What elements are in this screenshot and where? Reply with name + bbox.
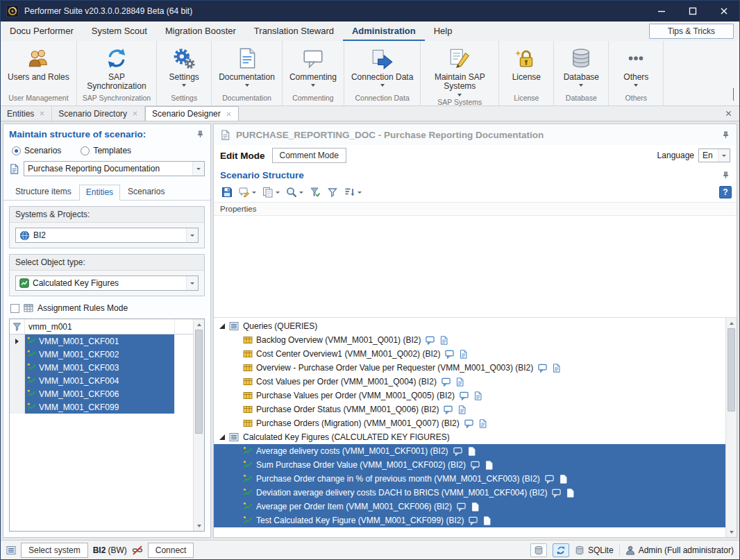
- database-button[interactable]: Database: [554, 43, 608, 92]
- tree-item[interactable]: Average per Order Item (VMM_M001_CKF006)…: [214, 500, 725, 514]
- filter-funnel-icon[interactable]: [10, 319, 25, 334]
- combobox-dropdown-button[interactable]: [192, 162, 204, 176]
- scroll-down-button[interactable]: [194, 520, 204, 531]
- grid-row[interactable]: VMM_M001_CKF006: [10, 387, 193, 400]
- database-tool-button[interactable]: [530, 543, 547, 557]
- log-icon[interactable]: [6, 545, 16, 555]
- tab-scenario-designer[interactable]: Scenario Designer: [145, 106, 239, 121]
- menu-item-translation-steward[interactable]: Translation Steward: [245, 22, 343, 41]
- scrollbar-thumb[interactable]: [195, 330, 203, 434]
- tree-item[interactable]: Deviation average delivery costs DACH to…: [214, 486, 725, 500]
- grid-row[interactable]: VMM_M001_CKF004: [10, 374, 193, 387]
- save-button[interactable]: [219, 185, 235, 200]
- comment-bubble-icon[interactable]: [442, 377, 451, 387]
- sort-button[interactable]: [342, 185, 364, 200]
- commenting-button[interactable]: Commenting: [283, 43, 344, 92]
- close-button[interactable]: [708, 1, 739, 22]
- connect-button[interactable]: Connect: [148, 543, 194, 558]
- tree-item[interactable]: Overview - Purchase Order Value per Requ…: [214, 361, 725, 375]
- tab-close-icon[interactable]: [39, 110, 45, 117]
- comment-bubble-icon[interactable]: [552, 489, 561, 498]
- menu-item-docu-performer[interactable]: Docu Performer: [1, 22, 83, 41]
- sync-tool-button[interactable]: [553, 543, 569, 557]
- menu-item-administration[interactable]: Administration: [343, 22, 425, 41]
- language-combobox[interactable]: En: [698, 149, 730, 162]
- connection-data-button[interactable]: Connection Data: [344, 43, 420, 92]
- tree-item[interactable]: Purchase Order Status (VMM_M001_Q006) (B…: [214, 402, 725, 416]
- tree-group-queries[interactable]: Queries (QUERIES): [214, 319, 725, 333]
- pin-icon[interactable]: [721, 171, 730, 180]
- document-icon[interactable]: [439, 336, 448, 345]
- comment-bubble-icon[interactable]: [464, 419, 473, 428]
- combobox-dropdown-button[interactable]: [718, 149, 730, 162]
- tree-item[interactable]: Backlog Overview (VMM_M001_Q001) (BI2): [214, 333, 725, 347]
- document-icon[interactable]: [482, 516, 491, 525]
- menu-item-migration-booster[interactable]: Migration Booster: [156, 22, 245, 41]
- tab-close-icon[interactable]: [132, 110, 138, 117]
- tab-scenarios[interactable]: Scenarios: [121, 185, 171, 201]
- grid-row[interactable]: VMM_M001_CKF001: [10, 334, 193, 348]
- help-button[interactable]: ?: [719, 186, 732, 198]
- menu-item-help[interactable]: Help: [425, 22, 462, 41]
- sap-synchronization-button[interactable]: SAP Synchronization: [77, 43, 156, 92]
- tab-entities[interactable]: Entities: [1, 106, 52, 121]
- comment-bubble-icon[interactable]: [538, 364, 547, 373]
- comment-bubble-icon[interactable]: [445, 350, 454, 359]
- scroll-down-button[interactable]: [726, 527, 737, 537]
- tree-group-calculated-key-figures[interactable]: Calculated Key Figures (CALCULATED KEY F…: [214, 430, 725, 444]
- comment-bubble-icon[interactable]: [444, 405, 453, 414]
- document-icon[interactable]: [473, 391, 482, 400]
- filter-editor-button[interactable]: [324, 185, 341, 200]
- tree-item[interactable]: Purchase Order change in % of previous m…: [214, 472, 725, 486]
- copy-tool-button[interactable]: [260, 185, 283, 200]
- tab-structure-items[interactable]: Structure items: [9, 185, 78, 201]
- tree-vertical-scrollbar[interactable]: [725, 318, 737, 537]
- tab-scenario-directory[interactable]: Scenario Directory: [52, 106, 145, 121]
- grid-row[interactable]: VMM_M001_CKF003: [10, 361, 193, 374]
- tabstrip-close-button[interactable]: [718, 106, 739, 121]
- scrollbar-track[interactable]: [194, 330, 204, 520]
- scenario-combobox[interactable]: Purchase Reporting Documentation: [24, 161, 205, 176]
- tab-entities-inner[interactable]: Entities: [79, 185, 120, 201]
- document-icon[interactable]: [552, 364, 561, 373]
- system-combobox[interactable]: BI2: [15, 228, 199, 243]
- scrollbar-thumb[interactable]: [728, 328, 735, 411]
- radio-templates[interactable]: Templates: [81, 146, 131, 155]
- combobox-dropdown-button[interactable]: [186, 276, 198, 290]
- comment-bubble-icon[interactable]: [545, 475, 554, 484]
- ribbon-collapse-button[interactable]: [733, 89, 734, 101]
- tab-close-icon[interactable]: [226, 111, 232, 117]
- scroll-up-button[interactable]: [726, 318, 737, 328]
- comment-bubble-icon[interactable]: [460, 391, 469, 400]
- tree-item[interactable]: Test Calculated Key Figure (VMM_M001_CKF…: [214, 514, 725, 527]
- document-icon[interactable]: [467, 447, 476, 456]
- combobox-dropdown-button[interactable]: [186, 228, 198, 242]
- comment-bubble-icon[interactable]: [471, 461, 480, 470]
- documentation-button[interactable]: Documentation: [212, 43, 282, 92]
- expander-icon[interactable]: [219, 323, 225, 329]
- tree-item[interactable]: Cost Values per Order (VMM_M001_Q004) (B…: [214, 375, 725, 389]
- tips-tricks-button[interactable]: Tips & Tricks: [649, 24, 734, 39]
- scroll-up-button[interactable]: [194, 319, 204, 330]
- comment-mode-button[interactable]: Comment Mode: [272, 148, 346, 163]
- tree-item[interactable]: Cost Center Overview1 (VMM_M001_Q002) (B…: [214, 347, 725, 361]
- maintain-sap-systems-button[interactable]: Maintain SAP Systems: [421, 43, 498, 96]
- scrollbar-track[interactable]: [726, 328, 737, 527]
- pin-icon[interactable]: [196, 130, 205, 139]
- filter-button[interactable]: [307, 185, 323, 200]
- tree-item[interactable]: Sum Purchase Order Value (VMM_M001_CKF00…: [214, 458, 725, 472]
- expander-icon[interactable]: [219, 434, 225, 440]
- tree-item[interactable]: Purchase Orders (Migration) (VMM_M001_Q0…: [214, 416, 725, 430]
- license-button[interactable]: License: [499, 43, 553, 92]
- settings-button[interactable]: Settings: [157, 43, 211, 92]
- comment-tool-button[interactable]: [236, 185, 259, 200]
- pin-icon[interactable]: [721, 130, 730, 139]
- minimize-button[interactable]: [646, 1, 677, 22]
- grid-row[interactable]: VMM_M001_CKF002: [10, 348, 193, 361]
- comment-bubble-icon[interactable]: [457, 502, 466, 511]
- select-system-button[interactable]: Select system: [21, 543, 88, 558]
- grid-vertical-scrollbar[interactable]: [193, 319, 204, 531]
- filter-input[interactable]: vmm_m001: [25, 319, 175, 334]
- comment-bubble-icon[interactable]: [426, 336, 435, 345]
- others-button[interactable]: Others: [609, 43, 663, 92]
